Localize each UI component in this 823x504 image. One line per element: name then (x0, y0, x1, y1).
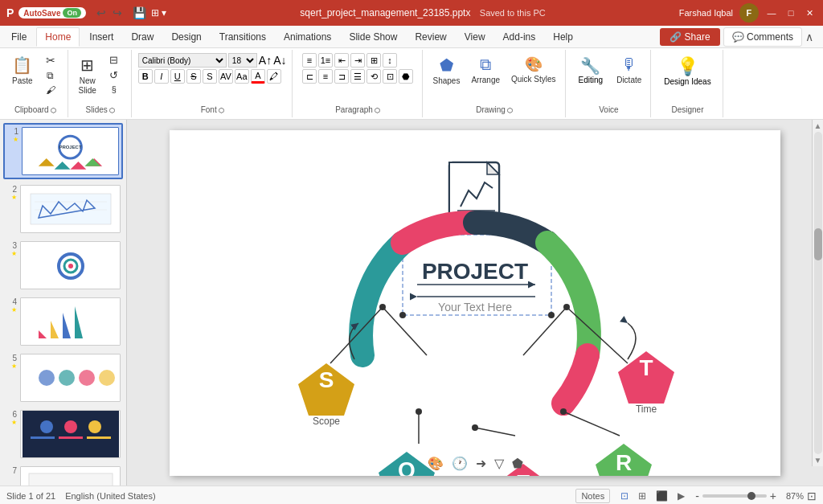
underline-button[interactable]: U (170, 69, 185, 84)
line-spacing-button[interactable]: ↕ (383, 53, 397, 68)
new-slide-button[interactable]: ⊞ NewSlide (75, 53, 100, 98)
slide-6-thumbnail[interactable] (20, 410, 121, 458)
zoom-slider[interactable] (702, 494, 767, 498)
normal-view-button[interactable]: ⊡ (616, 489, 633, 503)
tab-home[interactable]: Home (36, 27, 80, 47)
highlight-button[interactable]: 🖍 (267, 69, 281, 84)
font-family-select[interactable]: Calibri (Body) (138, 53, 227, 68)
decrease-indent-button[interactable]: ⇤ (334, 53, 349, 68)
cut-button[interactable]: ✂ (39, 53, 63, 68)
scroll-up-icon[interactable]: ▲ (814, 121, 822, 130)
change-case-button[interactable]: Aa (235, 69, 249, 84)
quick-styles-button[interactable]: 🎨 Quick Styles (507, 53, 560, 87)
slide-thumb-3[interactable]: 3 ★ (3, 239, 123, 292)
share-button[interactable]: 🔗 Share (660, 28, 719, 46)
extra-tools-icon[interactable]: ⊞ ▾ (151, 7, 166, 18)
columns-button[interactable]: ⊞ (366, 53, 381, 68)
canvas-scrollbar[interactable]: ▲ ▼ (812, 120, 823, 466)
ribbon-collapse-icon[interactable]: ∧ (805, 31, 813, 43)
tab-help[interactable]: Help (545, 28, 581, 46)
tab-view[interactable]: View (457, 28, 493, 46)
design-ideas-button[interactable]: 💡 Design Ideas (657, 53, 717, 90)
slide-thumb-7[interactable]: 7 (3, 464, 123, 486)
slide-thumb-4[interactable]: 4 ★ (3, 295, 123, 348)
slide-4-thumbnail[interactable] (20, 297, 121, 346)
slide-sorter-button[interactable]: ⊞ (634, 489, 650, 503)
save-icon[interactable]: 💾 (133, 6, 146, 19)
char-spacing-button[interactable]: AV (219, 69, 233, 84)
font-expand-icon[interactable]: ⬡ (219, 107, 224, 114)
bold-button[interactable]: B (138, 69, 153, 84)
align-center-button[interactable]: ≡ (318, 69, 333, 84)
decrease-font-icon[interactable]: A↓ (273, 54, 286, 67)
close-button[interactable]: ✕ (804, 6, 817, 19)
zoom-in-icon[interactable]: + (770, 490, 776, 502)
slides-expand-icon[interactable]: ⬡ (109, 107, 115, 114)
slide-layout-button[interactable]: ⊟ (102, 53, 126, 67)
minimize-button[interactable]: — (765, 6, 778, 19)
increase-font-icon[interactable]: A↑ (259, 54, 272, 67)
arrange-button[interactable]: ⧉ Arrange (467, 53, 504, 88)
autosave-badge[interactable]: AutoSave On (18, 7, 86, 18)
shadow-button[interactable]: S (203, 69, 217, 84)
slide-canvas[interactable]: PROJECT Your Text Here (170, 130, 780, 476)
text-align-button[interactable]: ⊡ (383, 69, 397, 84)
redo-button[interactable]: ↪ (110, 5, 125, 21)
slide-3-thumbnail[interactable] (20, 241, 121, 289)
align-right-button[interactable]: ⊐ (334, 69, 349, 84)
paste-button[interactable]: 📋 Paste (8, 53, 37, 88)
shape-tool-icon[interactable]: ⬟ (512, 456, 523, 471)
tab-transitions[interactable]: Transitions (211, 28, 274, 46)
arrow-tool-icon[interactable]: ➜ (476, 456, 486, 471)
tab-file[interactable]: File (3, 28, 35, 46)
section-button[interactable]: § (102, 84, 126, 95)
tab-animations[interactable]: Animations (276, 28, 339, 46)
drawing-expand-icon[interactable]: ⬡ (507, 107, 513, 114)
palette-tool-icon[interactable]: 🎨 (428, 456, 444, 471)
font-color-button[interactable]: A (251, 69, 265, 84)
funnel-tool-icon[interactable]: ▽ (494, 456, 504, 471)
dictate-button[interactable]: 🎙 Dictate (612, 53, 645, 88)
clipboard-expand-icon[interactable]: ⬡ (51, 107, 56, 114)
tab-insert[interactable]: Insert (81, 28, 121, 46)
copy-button[interactable]: ⧉ (39, 69, 63, 82)
tab-design[interactable]: Design (163, 28, 209, 46)
editing-button[interactable]: 🔧 Editing (572, 53, 610, 88)
user-avatar[interactable]: F (739, 3, 759, 23)
autosave-toggle[interactable]: On (63, 8, 81, 18)
slide-7-thumbnail[interactable] (20, 466, 121, 486)
font-size-select[interactable]: 18 (228, 53, 257, 68)
maximize-button[interactable]: □ (784, 6, 797, 19)
strikethrough-button[interactable]: S (186, 69, 201, 84)
text-direction-button[interactable]: ⟲ (366, 69, 381, 84)
notes-button[interactable]: Notes (575, 489, 610, 503)
undo-button[interactable]: ↩ (94, 5, 109, 21)
justify-button[interactable]: ☰ (350, 69, 365, 84)
clock-tool-icon[interactable]: 🕐 (452, 456, 468, 471)
comments-button[interactable]: 💬 Comments (723, 27, 802, 47)
tab-draw[interactable]: Draw (123, 28, 162, 46)
reset-slide-button[interactable]: ↺ (102, 68, 126, 82)
slide-thumb-2[interactable]: 2 ★ (3, 182, 123, 236)
scroll-thumb[interactable] (814, 228, 822, 260)
tab-addins[interactable]: Add-ins (495, 28, 544, 46)
slide-1-thumbnail[interactable]: PROJECT (22, 127, 119, 175)
paragraph-expand-icon[interactable]: ⬡ (375, 107, 380, 114)
italic-button[interactable]: I (154, 69, 169, 84)
reading-view-button[interactable]: ⬛ (652, 489, 672, 503)
slide-2-thumbnail[interactable] (20, 185, 121, 233)
tab-slideshow[interactable]: Slide Show (341, 28, 405, 46)
format-painter-button[interactable]: 🖌 (39, 84, 63, 96)
tab-review[interactable]: Review (407, 28, 454, 46)
shapes-button[interactable]: ⬟ Shapes (429, 53, 465, 88)
fit-slide-icon[interactable]: ⊡ (807, 490, 817, 502)
presenter-view-button[interactable]: ▶ (674, 489, 689, 503)
slide-thumb-1[interactable]: 1 ★ PROJECT (3, 123, 123, 179)
align-left-button[interactable]: ⊏ (302, 69, 317, 84)
numbering-button[interactable]: 1≡ (318, 53, 333, 68)
zoom-out-icon[interactable]: - (695, 490, 699, 502)
scroll-down-icon[interactable]: ▼ (814, 456, 822, 465)
slide-5-thumbnail[interactable] (20, 354, 121, 402)
bullets-button[interactable]: ≡ (302, 53, 317, 68)
slide-thumb-6[interactable]: 6 ★ (3, 408, 123, 461)
